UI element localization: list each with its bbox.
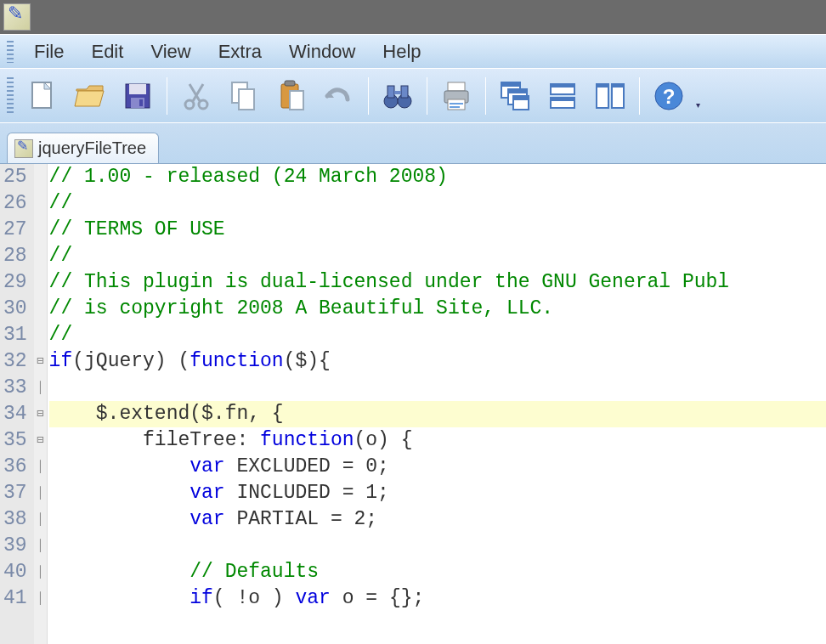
help-button[interactable]: ? [647,74,691,118]
code-line[interactable]: var INCLUDED = 1; [49,480,826,506]
fold-marker: │ [34,480,47,506]
code-line[interactable]: // [49,243,826,269]
line-number[interactable]: 28 [3,243,27,269]
line-number[interactable]: 38 [3,506,27,533]
svg-rect-27 [508,89,527,93]
code-line[interactable] [49,533,826,559]
line-number[interactable]: 40 [3,559,27,585]
cascade-button[interactable] [493,74,537,118]
find-button[interactable] [376,74,420,118]
line-number[interactable]: 41 [3,585,27,612]
print-button[interactable] [434,74,478,118]
svg-text:?: ? [663,85,676,108]
line-number[interactable]: 35 [3,427,27,454]
line-number[interactable]: 26 [3,190,27,217]
cascade-windows-icon [498,79,532,113]
help-icon: ? [652,79,686,113]
toolbar-sep [427,77,427,115]
code-line[interactable]: // Defaults [49,559,826,585]
tile-horizontal-button[interactable] [540,74,585,118]
svg-rect-16 [388,86,394,98]
fold-marker [34,269,47,296]
code-line[interactable]: if(jQuery) (function($){ [49,348,826,375]
svg-rect-18 [394,91,401,94]
svg-point-6 [185,100,194,109]
code-line[interactable]: var PARTIAL = 2; [49,506,826,533]
line-gutter[interactable]: 2526272829303132333435363738394041 [0,164,34,644]
svg-rect-11 [285,81,295,86]
copy-button[interactable] [222,74,266,118]
fold-marker [34,243,47,269]
toolbar-sep [639,77,640,115]
fold-marker: │ [34,454,47,480]
svg-rect-22 [450,103,463,105]
menu-window[interactable]: Window [275,37,369,66]
file-tab[interactable]: jqueryFileTree [7,133,159,163]
svg-rect-12 [290,91,303,110]
undo-button[interactable] [317,74,361,118]
line-number[interactable]: 34 [3,401,27,427]
toolbar-sep [167,77,167,115]
code-line[interactable]: // [49,190,826,217]
svg-rect-9 [239,89,254,110]
code-area[interactable]: // 1.00 - released (24 March 2008)//// T… [48,164,826,644]
code-line[interactable]: // 1.00 - released (24 March 2008) [49,164,826,190]
menu-extra[interactable]: Extra [205,37,275,66]
code-line[interactable]: // [49,322,826,348]
svg-rect-34 [597,84,608,108]
code-line[interactable]: // TERMS OF USE [49,217,826,243]
line-number[interactable]: 31 [3,322,27,348]
fold-gutter[interactable]: ⊟│⊟⊟││││││ [34,164,48,644]
tile-vertical-button[interactable] [588,74,632,118]
line-number[interactable]: 39 [3,533,27,559]
code-line[interactable]: var EXCLUDED = 0; [49,454,826,480]
fold-marker [34,217,47,243]
svg-rect-36 [612,84,624,108]
code-editor[interactable]: 2526272829303132333435363738394041 ⊟│⊟⊟│… [0,163,826,644]
fold-marker: │ [34,375,47,401]
code-line[interactable]: $.extend($.fn, { [49,401,826,427]
line-number[interactable]: 29 [3,269,27,296]
line-number[interactable]: 30 [3,296,27,322]
paste-button[interactable] [269,74,314,118]
line-number[interactable]: 37 [3,480,27,506]
save-button[interactable] [116,74,160,118]
code-line[interactable]: // is copyright 2008 A Beautiful Site, L… [49,296,826,322]
cut-button[interactable] [174,74,218,118]
toolbar-sep [485,77,486,115]
fold-marker: │ [34,559,47,585]
line-number[interactable]: 36 [3,454,27,480]
fold-marker [34,190,47,217]
binoculars-icon [381,79,415,113]
open-button[interactable] [68,74,112,118]
fold-marker[interactable]: ⊟ [34,348,47,375]
line-number[interactable]: 33 [3,375,27,401]
menu-file[interactable]: File [20,37,77,66]
line-number[interactable]: 27 [3,217,27,243]
cut-icon [179,79,213,113]
code-line[interactable]: // This plugin is dual-licensed under th… [49,269,826,296]
toolbar-overflow[interactable] [696,74,706,118]
fold-marker[interactable]: ⊟ [34,401,47,427]
menubar-grip[interactable] [7,41,14,63]
svg-rect-33 [551,98,574,101]
titlebar[interactable] [0,0,826,34]
print-icon [439,79,473,113]
menu-edit[interactable]: Edit [77,37,137,66]
line-number[interactable]: 25 [3,164,27,190]
toolbar-grip[interactable] [7,77,14,115]
code-line[interactable]: fileTree: function(o) { [49,427,826,454]
fold-marker [34,296,47,322]
fold-marker[interactable]: ⊟ [34,427,47,454]
new-button[interactable] [20,74,65,118]
file-tab-label: jqueryFileTree [38,138,146,158]
menu-help[interactable]: Help [369,37,434,66]
svg-rect-29 [513,96,529,100]
tile-vertical-icon [593,79,627,113]
fold-marker: │ [34,585,47,612]
code-line[interactable]: if( !o ) var o = {}; [49,585,826,612]
line-number[interactable]: 32 [3,348,27,375]
save-icon [121,79,155,113]
code-line[interactable] [49,375,826,401]
menu-view[interactable]: View [137,37,204,66]
